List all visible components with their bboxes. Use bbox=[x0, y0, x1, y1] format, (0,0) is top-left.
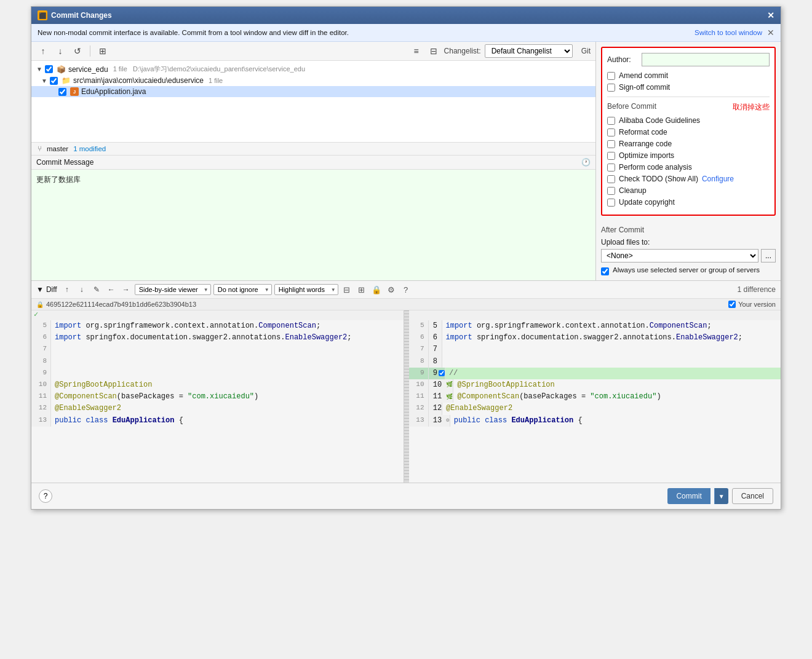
before-commit-title: Before Commit bbox=[607, 102, 656, 112]
diff-right-line-9: 9 9 // bbox=[409, 368, 781, 379]
reformat-row: Reformat code bbox=[607, 128, 770, 136]
cleanup-checkbox[interactable] bbox=[607, 187, 615, 195]
analyze-label: Perform code analysis bbox=[619, 163, 692, 172]
info-bar-close[interactable]: ✕ bbox=[767, 28, 774, 37]
app-icon: ⬛ bbox=[38, 10, 47, 20]
commit-dropdown-button[interactable]: ▼ bbox=[714, 488, 728, 504]
help-button[interactable]: ? bbox=[39, 489, 52, 503]
edu-application-label: EduApplication.java bbox=[81, 87, 146, 96]
diff-help-button[interactable]: ? bbox=[400, 283, 412, 296]
refresh-button[interactable]: ↺ bbox=[71, 44, 84, 58]
rearrange-label: Rearrange code bbox=[619, 140, 672, 148]
diff-left-line-5: 5 import org.springframework.context.ann… bbox=[31, 320, 404, 332]
highlight-dropdown-wrapper: Highlight words bbox=[274, 284, 338, 295]
diff-header: ▼ Diff ↑ ↓ ✎ ← → Side-by-side viewer Do … bbox=[31, 281, 781, 299]
tree-item-service-edu[interactable]: ▼ 📦 service_edu 1 file D:\java学习\demo2\x… bbox=[31, 63, 595, 75]
tree-item-edu-application[interactable]: ▶ J EduApplication.java bbox=[31, 86, 595, 97]
commit-message-area: Commit Message 🕐 更新了数据库 bbox=[31, 156, 595, 280]
tree-item-src[interactable]: ▼ 📁 src\main\java\com\xiucaiedu\eduservi… bbox=[31, 75, 595, 86]
diff-back-button[interactable]: ← bbox=[105, 283, 117, 296]
diff-lock-button[interactable]: 🔒 bbox=[370, 283, 383, 296]
optimize-checkbox[interactable] bbox=[607, 152, 615, 160]
diff-left-line-6: 6 import springfox.documentation.swagger… bbox=[31, 332, 404, 344]
status-bar: ⑂ master 1 modified bbox=[31, 142, 595, 156]
diff-forward-button[interactable]: → bbox=[120, 283, 132, 296]
always-use-row: Always use selected server or group of s… bbox=[601, 266, 776, 275]
viewer-dropdown-wrapper: Side-by-side viewer bbox=[135, 284, 211, 295]
upload-select[interactable]: <None> bbox=[601, 249, 758, 262]
diff-right-line-12: 12 12 @EnableSwagger2 bbox=[409, 403, 781, 414]
viewer-dropdown[interactable]: Side-by-side viewer bbox=[135, 284, 211, 295]
history-icon[interactable]: 🕐 bbox=[581, 158, 591, 167]
diff-right-line-6: 6 6 import springfox.documentation.swagg… bbox=[409, 332, 781, 344]
always-use-checkbox[interactable] bbox=[601, 267, 609, 275]
alibaba-label: Alibaba Code Guidelines bbox=[619, 116, 700, 125]
highlight-dropdown[interactable]: Highlight words bbox=[274, 284, 338, 295]
diff-left-line-11: 11 @ComponentScan(basePackages = "com.xi… bbox=[31, 391, 404, 403]
amend-commit-checkbox[interactable] bbox=[607, 72, 615, 80]
changelist-label: Changelist: bbox=[444, 47, 481, 55]
diff-sync-button[interactable]: ⊟ bbox=[341, 283, 353, 296]
copyright-checkbox[interactable] bbox=[607, 199, 615, 207]
service-edu-checkbox[interactable] bbox=[45, 65, 53, 73]
java-file-icon: J bbox=[70, 87, 79, 96]
line-9-checkbox[interactable] bbox=[439, 370, 445, 376]
title-bar: ⬛ Commit Changes ✕ bbox=[31, 7, 781, 24]
edu-application-checkbox[interactable] bbox=[58, 88, 66, 96]
todo-label: Check TODO (Show All) bbox=[619, 175, 698, 183]
branch-name: master bbox=[47, 145, 68, 152]
amend-commit-label: Amend commit bbox=[619, 71, 668, 80]
signoff-commit-checkbox[interactable] bbox=[607, 84, 615, 92]
diff-expand-arrow[interactable]: ▼ bbox=[36, 285, 44, 294]
diff-edit-button[interactable]: ✎ bbox=[90, 283, 103, 296]
todo-row: Check TODO (Show All) Configure bbox=[607, 175, 770, 183]
move-up-button[interactable]: ↑ bbox=[36, 44, 50, 58]
close-button[interactable]: ✕ bbox=[767, 10, 774, 20]
lock-icon-left: 🔒 bbox=[36, 301, 44, 308]
optimize-label: Optimize imports bbox=[619, 151, 674, 160]
group-button[interactable]: ⊞ bbox=[96, 44, 109, 58]
module-icon: 📦 bbox=[57, 65, 66, 74]
expand-button[interactable]: ≡ bbox=[410, 44, 423, 58]
diff-next-button[interactable]: ↓ bbox=[76, 283, 88, 296]
configure-link[interactable]: Configure bbox=[702, 175, 734, 183]
switch-to-tool-window-link[interactable]: Switch to tool window bbox=[695, 29, 762, 36]
src-label: src\main\java\com\xiucaiedu\eduservice bbox=[73, 76, 204, 85]
left-panel: ↑ ↓ ↺ ⊞ ≡ ⊟ Changelist: Default Changeli… bbox=[31, 42, 596, 280]
modified-badge: 1 modified bbox=[73, 145, 106, 152]
alibaba-checkbox[interactable] bbox=[607, 117, 615, 125]
service-edu-label: service_edu bbox=[68, 65, 108, 74]
diff-right-line-13: 13 13 ⚙ public class EduApplication { bbox=[409, 415, 781, 427]
author-input[interactable] bbox=[642, 53, 770, 66]
changelist-select[interactable]: Default Changelist bbox=[485, 44, 573, 58]
expand-arrow2: ▼ bbox=[41, 77, 47, 84]
commit-button[interactable]: Commit bbox=[667, 488, 710, 504]
diff-prev-button[interactable]: ↑ bbox=[61, 283, 73, 296]
check-icon: ✓ bbox=[34, 310, 38, 322]
alibaba-row: Alibaba Code Guidelines bbox=[607, 116, 770, 125]
diff-right-line-8: 8 8 bbox=[409, 356, 781, 368]
commit-message-textarea[interactable]: 更新了数据库 bbox=[31, 170, 595, 280]
diff-right-line-7: 7 7 bbox=[409, 344, 781, 355]
src-checkbox[interactable] bbox=[50, 77, 58, 85]
ignore-dropdown[interactable]: Do not ignore bbox=[213, 284, 272, 295]
after-commit-title: After Commit bbox=[601, 226, 776, 234]
cancel-button[interactable]: Cancel bbox=[732, 488, 773, 504]
collapse-button[interactable]: ⊟ bbox=[427, 44, 440, 58]
reformat-checkbox[interactable] bbox=[607, 128, 615, 136]
separator bbox=[90, 45, 90, 57]
diff-settings-button[interactable]: ⚙ bbox=[385, 283, 397, 296]
diff-columns-button[interactable]: ⊞ bbox=[356, 283, 368, 296]
todo-checkbox[interactable] bbox=[607, 175, 615, 183]
commit-message-title: Commit Message bbox=[36, 158, 94, 167]
diff-panel: ▼ Diff ↑ ↓ ✎ ← → Side-by-side viewer Do … bbox=[31, 280, 781, 483]
right-version-checkbox[interactable] bbox=[728, 301, 736, 308]
left-file-hash: 4695122e621114ecad7b491b1dd6e623b3904b13 bbox=[46, 301, 196, 308]
move-down-button[interactable]: ↓ bbox=[54, 44, 67, 58]
diff-left-line-8: 8 bbox=[31, 356, 404, 368]
upload-browse-button[interactable]: ... bbox=[761, 249, 776, 262]
expand-arrow: ▼ bbox=[36, 66, 42, 73]
analyze-checkbox[interactable] bbox=[607, 164, 615, 172]
optimize-row: Optimize imports bbox=[607, 151, 770, 160]
rearrange-checkbox[interactable] bbox=[607, 140, 615, 148]
